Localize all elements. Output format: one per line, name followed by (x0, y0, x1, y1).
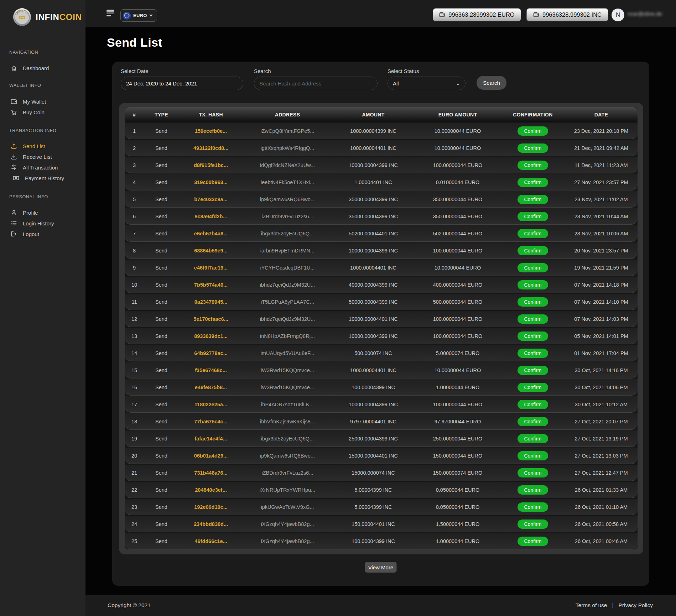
cell-hash: 8933639dc1... (179, 333, 243, 339)
sidebar-item-send-list[interactable]: Send List (0, 141, 85, 151)
eu-flag-icon (123, 12, 131, 20)
table-row: 1Send159ecefb0e...iZwCpQ8fYimtFGPe5...10… (125, 123, 638, 139)
confirm-button[interactable]: Confirm (518, 195, 548, 204)
confirm-button[interactable]: Confirm (518, 468, 548, 477)
cell-amount: 1000.00004401 INC (332, 367, 415, 373)
sidebar-item-buy-coin[interactable]: Buy Coin (0, 107, 85, 118)
sidebar-item-receive-list[interactable]: Receive List (0, 151, 85, 162)
sidebar-item-dashboard[interactable]: Dashboard (0, 63, 85, 73)
confirm-button[interactable]: Confirm (518, 143, 548, 153)
sidebar-item-all-transaction[interactable]: All Transaction (0, 162, 85, 173)
table-row: 18Send77ba675c4c...ibhVfmKZjs9wK6Kijs8..… (125, 413, 638, 430)
cell-amount: 50000.00004399 INC (332, 299, 415, 305)
privacy-link[interactable]: Privacy Policy (619, 595, 653, 616)
table-header-row: #TYPETX. HASHADDRESSAMOUNTEURO AMOUNTCON… (125, 107, 638, 122)
confirm-button[interactable]: Confirm (518, 366, 548, 375)
sidebar-item-label: My Wallet (23, 99, 46, 105)
view-more-button[interactable]: View More (365, 562, 397, 573)
cell-index: 4 (125, 179, 144, 185)
confirm-button[interactable]: Confirm (518, 314, 548, 324)
cell-confirmation: Confirm (501, 417, 565, 426)
cell-hash: b7e4033c9a... (179, 197, 243, 202)
cell-type: Send (144, 538, 179, 544)
cell-confirmation: Confirm (501, 451, 565, 460)
cell-index: 5 (125, 197, 144, 202)
cell-confirmation: Confirm (501, 246, 565, 255)
cell-date: 30 Oct, 2021 10:12 AM (565, 402, 638, 407)
cell-hash: 118022e25a... (179, 402, 243, 407)
cell-hash: 731b448a76... (179, 470, 243, 476)
confirm-button[interactable]: Confirm (518, 178, 548, 187)
confirm-button[interactable]: Confirm (518, 485, 548, 495)
cell-date: 20 Nov, 2021 23:57 PM (565, 248, 638, 254)
user-avatar[interactable]: N (612, 9, 624, 21)
confirm-button[interactable]: Confirm (518, 263, 548, 272)
confirm-button[interactable]: Confirm (518, 229, 548, 238)
sidebar-item-payment-history[interactable]: Payment History (2, 173, 85, 183)
confirm-button[interactable]: Confirm (518, 417, 548, 426)
confirm-button[interactable]: Confirm (518, 434, 548, 443)
cell-index: 21 (125, 470, 144, 476)
cell-date: 07 Nov, 2021 14:18 PM (565, 282, 638, 288)
sidebar-item-my-wallet[interactable]: My Wallet (0, 96, 85, 107)
confirm-button[interactable]: Confirm (518, 383, 548, 392)
cell-hash: f35e67468c... (179, 367, 243, 373)
date-filter-label: Select Date (121, 68, 149, 74)
search-filter-label: Search (254, 68, 271, 74)
cell-type: Send (144, 367, 179, 373)
cell-date: 11 Dec, 2021 11:23 AM (565, 162, 638, 168)
cell-date: 30 Oct, 2021 14:16 PM (565, 367, 638, 373)
cell-address: inN8HpAZbFrmgQ8Rj... (243, 333, 332, 339)
cell-amount: 10000.00004399 INC (332, 248, 415, 254)
cell-address: idQgf2dcNZNeX2uUw... (243, 162, 332, 168)
table-row: 16Sende46fe875b8...iW3Rwd15KQQmv4e...100… (125, 379, 638, 396)
cell-euro: 350.00000044 EURO (415, 197, 501, 202)
cell-euro: 97.97000044 EURO (415, 419, 501, 424)
confirm-button[interactable]: Confirm (518, 212, 548, 221)
cell-index: 22 (125, 487, 144, 493)
confirm-button[interactable]: Confirm (518, 280, 548, 289)
cell-address: iZBDrdr9vrFvLuz2s6... (243, 214, 332, 219)
date-range-input[interactable]: 24 Dec, 2020 to 24 Dec, 2021 (121, 77, 243, 90)
cell-confirmation: Confirm (501, 229, 565, 238)
confirm-button[interactable]: Confirm (518, 502, 548, 512)
cell-address: iXGzqh4Y4jawbB82g... (243, 521, 332, 527)
confirm-button[interactable]: Confirm (518, 451, 548, 460)
sidebar-item-logout[interactable]: Logout (0, 229, 85, 239)
currency-dropdown[interactable]: EURO (120, 9, 157, 22)
cell-date: 27 Oct, 2021 12:47 PM (565, 470, 638, 476)
inc-balance-button[interactable]: 99636328.999302 INC (526, 8, 608, 21)
main-content: Send List Select Date Search Select Stat… (85, 27, 676, 616)
search-button[interactable]: Search (477, 76, 506, 90)
confirm-button[interactable]: Confirm (518, 246, 548, 255)
cell-address: iXGzqh4Y4jawbB82g... (243, 538, 332, 544)
cell-address: iZwCpQ8fYimtFGPe5... (243, 128, 332, 134)
confirm-button[interactable]: Confirm (518, 126, 548, 136)
column-header: EURO AMOUNT (415, 112, 501, 118)
upload-icon (10, 142, 17, 150)
confirm-button[interactable]: Confirm (518, 400, 548, 409)
status-selected-value: All (393, 80, 399, 87)
confirm-button[interactable]: Confirm (518, 349, 548, 358)
search-input[interactable]: Search Hash and Address (254, 77, 378, 90)
sidebar-item-profile[interactable]: Profile (0, 207, 85, 218)
confirm-button[interactable]: Confirm (518, 537, 548, 546)
cell-index: 11 (125, 299, 144, 305)
confirm-button[interactable]: Confirm (518, 297, 548, 307)
cell-confirmation: Confirm (501, 400, 565, 409)
cell-index: 3 (125, 162, 144, 168)
sidebar-item-login-history[interactable]: Login History (0, 218, 85, 229)
confirm-button[interactable]: Confirm (518, 520, 548, 529)
cell-euro: 150.00000044 EURO (415, 453, 501, 459)
cell-confirmation: Confirm (501, 143, 565, 153)
confirm-button[interactable]: Confirm (518, 332, 548, 341)
cell-type: Send (144, 316, 179, 322)
menu-toggle-icon[interactable] (106, 10, 114, 17)
cell-type: Send (144, 282, 179, 288)
terms-link[interactable]: Terms of use (576, 595, 607, 616)
cell-type: Send (144, 333, 179, 339)
status-select[interactable]: All ⌄ (388, 77, 466, 90)
confirm-button[interactable]: Confirm (518, 161, 548, 170)
euro-balance-button[interactable]: 996363.28999302 EURO (433, 8, 521, 21)
cell-index: 9 (125, 265, 144, 271)
